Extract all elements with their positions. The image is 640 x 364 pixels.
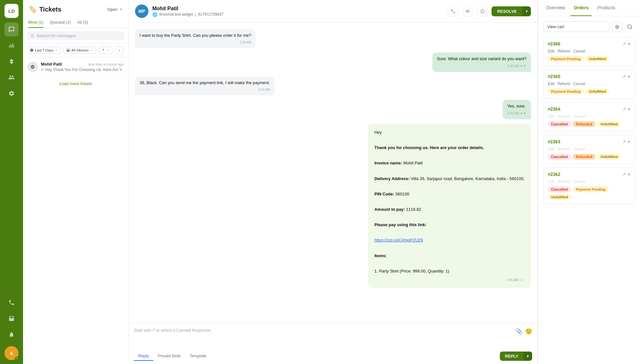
ticket-list: Mohit Patil less than a minute ago ↩ Hey…: [23, 57, 128, 364]
view-cart-input[interactable]: View cart: [543, 21, 609, 32]
chat-actions: RESOLVE ▾: [447, 5, 531, 17]
order-badge: Unfulfilled: [597, 121, 621, 127]
order-card-header: #2362 ↗ ▾: [548, 172, 630, 177]
order-id[interactable]: #2362: [548, 172, 560, 177]
chat-user-name: Mohit Patil: [152, 6, 444, 12]
orders-list: #2366 ↗ ▾ Edit Refund Cancel Payment Pen…: [543, 37, 635, 204]
nav-icon-settings[interactable]: [4, 86, 19, 100]
expand-order-icon[interactable]: ▾: [628, 172, 630, 177]
tab-all[interactable]: All (3): [77, 17, 88, 28]
expand-order-icon[interactable]: ▾: [628, 74, 630, 79]
reply-dropdown-button[interactable]: ▾: [524, 352, 532, 361]
nav-icon-chat[interactable]: [4, 22, 19, 36]
ticket-item[interactable]: Mohit Patil less than a minute ago ↩ Hey…: [23, 57, 128, 77]
order-card-header: #2363 ↗ ▾: [548, 139, 630, 144]
refund-order-button[interactable]: Refund: [558, 82, 570, 86]
order-badge: Refunded: [573, 154, 596, 160]
search-input-wrap: [27, 31, 124, 40]
message-bubble: 38, Black. Can you send me the payment l…: [135, 76, 275, 95]
share-order-icon[interactable]: ↗: [622, 172, 626, 177]
edit-order-button[interactable]: Edit: [548, 49, 555, 53]
search-input[interactable]: [36, 33, 121, 38]
call-button[interactable]: [447, 5, 459, 17]
message-row: Sure. What colour and size variant do yo…: [135, 52, 531, 72]
reply-tab-group: Reply Private Note Template: [134, 352, 211, 361]
order-id[interactable]: #2363: [548, 139, 560, 144]
cancel-order-button[interactable]: Cancel: [573, 82, 585, 86]
order-id[interactable]: #2365: [548, 74, 560, 79]
tab-private-note[interactable]: Private Note: [153, 352, 185, 361]
expand-order-icon[interactable]: ▾: [628, 107, 630, 112]
nav-icon-campaigns[interactable]: [4, 54, 19, 68]
nav-icon-inbox[interactable]: [4, 312, 19, 326]
search-orders-button[interactable]: [625, 22, 635, 32]
user-avatar[interactable]: A: [4, 346, 19, 360]
order-id[interactable]: #2366: [548, 41, 560, 46]
edit-order-button: Edit: [548, 114, 555, 119]
search-icon: [30, 34, 35, 38]
sidebar-header: 🏷️ Tickets Open Mine (1) Queued (2) All …: [23, 0, 128, 28]
tab-template[interactable]: Template: [185, 352, 211, 361]
cancel-order-button[interactable]: Cancel: [573, 49, 585, 53]
message-bubble: I want to buy the Party Shirt. Can you p…: [135, 29, 256, 48]
tab-overview[interactable]: Overview: [543, 0, 568, 16]
ticket-time: less than a minute ago: [88, 62, 124, 66]
open-filter-dropdown[interactable]: Open: [107, 7, 123, 12]
nav-icon-analytics[interactable]: [4, 38, 19, 52]
order-badge: Cancelled: [548, 121, 571, 127]
expand-order-icon[interactable]: ▾: [628, 41, 630, 46]
refund-order-button[interactable]: Refund: [558, 49, 570, 53]
sidebar-search-area: [23, 28, 128, 44]
reply-button[interactable]: REPLY: [500, 352, 524, 361]
chat-input-area: Start with '/' to select a Canned Respon…: [129, 323, 537, 364]
nav-icon-notifications[interactable]: [4, 328, 19, 342]
chat-messages: I want to buy the Party Shirt. Can you p…: [129, 23, 537, 323]
nav-icon-contacts[interactable]: [4, 70, 19, 84]
order-badge: Payment Pending: [573, 186, 609, 192]
order-card-actions: ↗ ▾: [622, 107, 630, 112]
refund-order-button: Refund: [558, 114, 570, 119]
share-order-icon[interactable]: ↗: [622, 107, 626, 112]
order-id[interactable]: #2364: [548, 107, 560, 112]
message-row: Hey Thank you for choosing us. Here are …: [135, 124, 531, 288]
edit-order-button: Edit: [548, 179, 555, 184]
cancel-order-button: Cancel: [573, 179, 585, 184]
order-edit-row: Edit Refund Cancel: [548, 179, 630, 184]
expand-order-icon[interactable]: ▾: [628, 139, 630, 144]
share-order-icon[interactable]: ↗: [622, 139, 626, 144]
order-card-actions: ↗ ▾: [622, 74, 630, 79]
order-card: #2363 ↗ ▾ Edit Refund Cancel CancelledRe…: [543, 135, 635, 164]
tab-products[interactable]: Products: [594, 0, 618, 16]
order-badges: CancelledPayment PendingUnfulfilled: [548, 186, 630, 200]
order-edit-row: Edit Refund Cancel: [548, 82, 630, 86]
filter-more-button[interactable]: ›: [115, 46, 124, 54]
tab-queued[interactable]: Queued (2): [50, 17, 71, 28]
emoji-icon[interactable]: 🙂: [525, 328, 532, 335]
filter-agent[interactable]: [99, 47, 113, 54]
left-navigation: LD A: [0, 0, 23, 364]
filter-inbox[interactable]: All Inboxes: [63, 47, 96, 54]
tab-mine[interactable]: Mine (1): [28, 17, 44, 28]
resolve-dropdown-button[interactable]: ▾: [523, 6, 531, 16]
attach-icon[interactable]: 📎: [516, 328, 523, 335]
star-button[interactable]: [477, 5, 488, 17]
payment-link[interactable]: https://rzp.io/i/JAhgPZUZ9: [374, 238, 423, 242]
globe-icon: 🌐: [152, 12, 157, 17]
share-order-icon[interactable]: ↗: [622, 41, 626, 46]
sidebar-tabs: Mine (1) Queued (2) All (3): [28, 17, 123, 28]
nav-icon-phone[interactable]: [4, 296, 19, 310]
filter-date[interactable]: Last 7 Days: [27, 47, 61, 54]
resolve-button[interactable]: RESOLVE: [492, 6, 523, 16]
share-order-icon[interactable]: ↗: [622, 74, 626, 79]
ticket-name: Mohit Patil: [41, 62, 62, 67]
right-panel: Overview Orders Products View cart ⊕ #23…: [538, 0, 640, 364]
mute-button[interactable]: [462, 5, 474, 17]
message-input-box[interactable]: Start with '/' to select a Canned Respon…: [129, 323, 537, 349]
tab-orders[interactable]: Orders: [571, 0, 592, 16]
tab-reply[interactable]: Reply: [134, 352, 153, 361]
load-more-tickets[interactable]: Load more tickets: [23, 77, 128, 91]
add-to-cart-button[interactable]: ⊕: [612, 22, 622, 32]
resolve-button-group: RESOLVE ▾: [492, 6, 531, 16]
ticket-preview: ↩ Hey Thank You For Choosing Us. Here Ar…: [41, 67, 124, 72]
edit-order-button[interactable]: Edit: [548, 82, 555, 86]
